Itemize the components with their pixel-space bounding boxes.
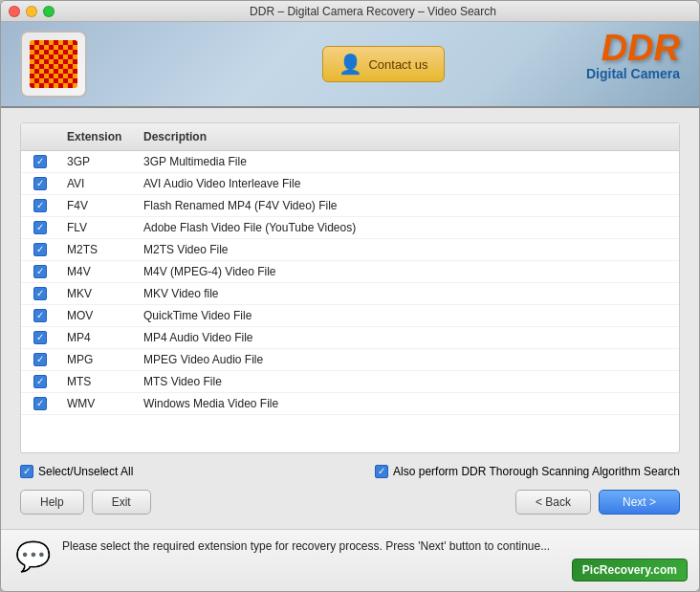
row-checkbox[interactable] xyxy=(33,243,47,256)
row-extension: 3GP xyxy=(59,151,136,172)
table-row: F4V Flash Renamed MP4 (F4V Video) File xyxy=(21,195,679,217)
traffic-lights xyxy=(9,6,55,17)
table-row: MTS MTS Video File xyxy=(21,371,679,393)
row-checkbox[interactable] xyxy=(33,265,47,278)
table-row: MKV MKV Video file xyxy=(21,283,679,305)
main-window: DDR – Digital Camera Recovery – Video Se… xyxy=(0,0,700,592)
row-checkbox-cell[interactable] xyxy=(21,217,59,238)
row-checkbox-cell[interactable] xyxy=(21,349,59,370)
table-row: M2TS M2TS Video File xyxy=(21,239,679,261)
row-checkbox-cell[interactable] xyxy=(21,305,59,326)
main-content: Extension Description 3GP 3GP Multimedia… xyxy=(1,108,699,529)
row-checkbox[interactable] xyxy=(33,199,47,212)
row-extension: M2TS xyxy=(59,239,136,260)
row-extension: WMV xyxy=(59,393,136,414)
table-row: MPG MPEG Video Audio File xyxy=(21,349,679,371)
row-description: AVI Audio Video Interleave File xyxy=(136,173,679,194)
ddr-logo: DDR Digital Camera xyxy=(586,30,680,81)
row-description: Windows Media Video File xyxy=(136,393,679,414)
table-row: M4V M4V (MPEG-4) Video File xyxy=(21,261,679,283)
row-description: MP4 Audio Video File xyxy=(136,327,679,348)
help-exit-buttons: Help Exit xyxy=(20,490,151,515)
row-checkbox-cell[interactable] xyxy=(21,239,59,260)
row-description: MKV Video file xyxy=(136,283,679,304)
picrecovery-badge: PicRecovery.com xyxy=(572,559,688,581)
row-checkbox[interactable] xyxy=(33,177,47,190)
table-row: 3GP 3GP Multimedia File xyxy=(21,151,679,173)
nav-row: Help Exit < Back Next > xyxy=(20,490,680,515)
file-type-table: Extension Description 3GP 3GP Multimedia… xyxy=(20,122,680,453)
table-body: 3GP 3GP Multimedia File AVI AVI Audio Vi… xyxy=(21,151,679,415)
row-extension: MKV xyxy=(59,283,136,304)
back-next-buttons: < Back Next > xyxy=(515,490,680,515)
row-checkbox-cell[interactable] xyxy=(21,195,59,216)
header: 👤 Contact us DDR Digital Camera xyxy=(1,22,699,108)
help-button[interactable]: Help xyxy=(20,490,84,515)
select-all-text: Select/Unselect All xyxy=(38,465,133,478)
row-checkbox[interactable] xyxy=(33,309,47,322)
row-extension: FLV xyxy=(59,217,136,238)
row-checkbox-cell[interactable] xyxy=(21,173,59,194)
row-description: MPEG Video Audio File xyxy=(136,349,679,370)
speech-bubble-icon: 💬 xyxy=(15,539,51,573)
minimize-button[interactable] xyxy=(26,6,37,17)
thorough-scan-checkbox[interactable] xyxy=(375,465,388,478)
status-bar: 💬 Please select the required extension t… xyxy=(1,529,699,591)
person-icon: 👤 xyxy=(339,53,362,76)
select-all-checkbox[interactable] xyxy=(20,465,33,478)
col-check xyxy=(21,127,59,146)
row-extension: M4V xyxy=(59,261,136,282)
row-checkbox-cell[interactable] xyxy=(21,371,59,392)
left-controls: Select/Unselect All xyxy=(20,465,133,478)
close-button[interactable] xyxy=(9,6,20,17)
row-description: Adobe Flash Video File (YouTube Videos) xyxy=(136,217,679,238)
row-description: Flash Renamed MP4 (F4V Video) File xyxy=(136,195,679,216)
row-checkbox-cell[interactable] xyxy=(21,283,59,304)
ddr-title: DDR xyxy=(586,30,680,66)
row-checkbox[interactable] xyxy=(33,353,47,366)
table-row: FLV Adobe Flash Video File (YouTube Vide… xyxy=(21,217,679,239)
row-description: MTS Video File xyxy=(136,371,679,392)
next-button[interactable]: Next > xyxy=(599,490,680,515)
row-description: M4V (MPEG-4) Video File xyxy=(136,261,679,282)
col-extension: Extension xyxy=(59,127,136,146)
row-checkbox-cell[interactable] xyxy=(21,327,59,348)
row-checkbox[interactable] xyxy=(33,397,47,410)
row-extension: MTS xyxy=(59,371,136,392)
table-row: AVI AVI Audio Video Interleave File xyxy=(21,173,679,195)
table-row: WMV Windows Media Video File xyxy=(21,393,679,415)
maximize-button[interactable] xyxy=(43,6,55,17)
thorough-scan-label[interactable]: Also perform DDR Thorough Scanning Algor… xyxy=(375,465,680,478)
bottom-controls-row: Select/Unselect All Also perform DDR Tho… xyxy=(20,465,680,478)
row-description: QuickTime Video File xyxy=(136,305,679,326)
table-header: Extension Description xyxy=(21,123,679,151)
row-checkbox[interactable] xyxy=(33,287,47,300)
back-button[interactable]: < Back xyxy=(515,490,591,515)
contact-button[interactable]: 👤 Contact us xyxy=(322,46,444,82)
thorough-scan-text: Also perform DDR Thorough Scanning Algor… xyxy=(393,465,680,478)
row-extension: MPG xyxy=(59,349,136,370)
exit-button[interactable]: Exit xyxy=(92,490,151,515)
select-all-label[interactable]: Select/Unselect All xyxy=(20,465,133,478)
row-checkbox[interactable] xyxy=(33,221,47,234)
right-controls: Also perform DDR Thorough Scanning Algor… xyxy=(375,465,680,478)
row-checkbox-cell[interactable] xyxy=(21,151,59,172)
row-checkbox-cell[interactable] xyxy=(21,393,59,414)
row-checkbox-cell[interactable] xyxy=(21,261,59,282)
col-description: Description xyxy=(136,127,679,146)
row-description: 3GP Multimedia File xyxy=(136,151,679,172)
row-description: M2TS Video File xyxy=(136,239,679,260)
row-extension: AVI xyxy=(59,173,136,194)
table-row: MP4 MP4 Audio Video File xyxy=(21,327,679,349)
row-checkbox[interactable] xyxy=(33,375,47,388)
row-checkbox[interactable] xyxy=(33,331,47,344)
app-logo xyxy=(20,31,87,98)
status-message: Please select the required extension typ… xyxy=(62,537,685,555)
row-extension: MP4 xyxy=(59,327,136,348)
row-extension: MOV xyxy=(59,305,136,326)
row-extension: F4V xyxy=(59,195,136,216)
window-title: DDR – Digital Camera Recovery – Video Se… xyxy=(55,5,691,18)
ddr-subtitle: Digital Camera xyxy=(586,66,680,81)
row-checkbox[interactable] xyxy=(33,155,47,168)
table-row: MOV QuickTime Video File xyxy=(21,305,679,327)
